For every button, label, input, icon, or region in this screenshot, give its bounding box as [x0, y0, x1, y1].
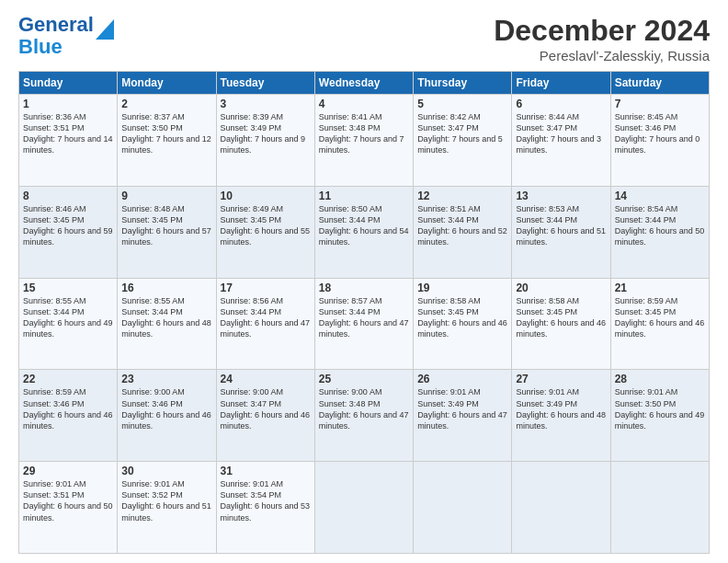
cell-details: Sunrise: 8:49 AM Sunset: 3:45 PM Dayligh… — [221, 203, 311, 248]
location: Pereslavl'-Zalesskiy, Russia — [494, 48, 710, 63]
day-number: 28 — [615, 373, 705, 385]
calendar-cell: 23 Sunrise: 9:00 AM Sunset: 3:46 PM Dayl… — [118, 370, 216, 462]
cell-details: Sunrise: 8:51 AM Sunset: 3:44 PM Dayligh… — [417, 203, 507, 248]
calendar-cell: 28 Sunrise: 9:01 AM Sunset: 3:50 PM Dayl… — [610, 370, 709, 462]
day-number: 30 — [121, 465, 211, 477]
calendar-header-row: SundayMondayTuesdayWednesdayThursdayFrid… — [19, 72, 710, 95]
day-number: 5 — [417, 98, 507, 110]
day-number: 21 — [615, 282, 705, 294]
calendar-week-1: 1 Sunrise: 8:36 AM Sunset: 3:51 PM Dayli… — [19, 95, 710, 187]
day-number: 14 — [615, 190, 705, 202]
calendar-cell — [512, 462, 610, 554]
logo-text: General Blue — [18, 14, 94, 58]
calendar-cell: 16 Sunrise: 8:55 AM Sunset: 3:44 PM Dayl… — [118, 278, 216, 370]
calendar-cell: 7 Sunrise: 8:45 AM Sunset: 3:46 PM Dayli… — [610, 95, 709, 187]
calendar-cell — [610, 462, 709, 554]
cell-details: Sunrise: 9:01 AM Sunset: 3:49 PM Dayligh… — [516, 386, 606, 431]
title-block: December 2024 Pereslavl'-Zalesskiy, Russ… — [494, 14, 710, 63]
day-number: 22 — [23, 373, 113, 385]
calendar-cell: 13 Sunrise: 8:53 AM Sunset: 3:44 PM Dayl… — [512, 186, 610, 278]
cell-details: Sunrise: 8:58 AM Sunset: 3:45 PM Dayligh… — [516, 295, 606, 340]
calendar-cell: 12 Sunrise: 8:51 AM Sunset: 3:44 PM Dayl… — [414, 186, 512, 278]
day-number: 23 — [121, 373, 211, 385]
day-number: 15 — [23, 282, 113, 294]
calendar-cell: 22 Sunrise: 8:59 AM Sunset: 3:46 PM Dayl… — [19, 370, 118, 462]
cell-details: Sunrise: 8:45 AM Sunset: 3:46 PM Dayligh… — [615, 111, 705, 156]
day-number: 26 — [417, 373, 507, 385]
header: General Blue December 2024 Pereslavl'-Za… — [18, 14, 710, 63]
header-wednesday: Wednesday — [314, 72, 413, 95]
calendar-cell: 26 Sunrise: 9:01 AM Sunset: 3:49 PM Dayl… — [414, 370, 512, 462]
calendar-week-4: 22 Sunrise: 8:59 AM Sunset: 3:46 PM Dayl… — [19, 370, 710, 462]
calendar-cell: 18 Sunrise: 8:57 AM Sunset: 3:44 PM Dayl… — [314, 278, 413, 370]
cell-details: Sunrise: 8:46 AM Sunset: 3:45 PM Dayligh… — [23, 203, 113, 248]
day-number: 10 — [221, 190, 311, 202]
calendar-cell: 5 Sunrise: 8:42 AM Sunset: 3:47 PM Dayli… — [414, 95, 512, 187]
header-friday: Friday — [512, 72, 610, 95]
cell-details: Sunrise: 8:57 AM Sunset: 3:44 PM Dayligh… — [319, 295, 409, 340]
day-number: 1 — [23, 98, 113, 110]
cell-details: Sunrise: 8:41 AM Sunset: 3:48 PM Dayligh… — [319, 111, 409, 156]
calendar-cell: 24 Sunrise: 9:00 AM Sunset: 3:47 PM Dayl… — [216, 370, 314, 462]
cell-details: Sunrise: 8:48 AM Sunset: 3:45 PM Dayligh… — [121, 203, 211, 248]
calendar-cell — [414, 462, 512, 554]
cell-details: Sunrise: 8:55 AM Sunset: 3:44 PM Dayligh… — [23, 295, 113, 340]
calendar-week-3: 15 Sunrise: 8:55 AM Sunset: 3:44 PM Dayl… — [19, 278, 710, 370]
cell-details: Sunrise: 9:01 AM Sunset: 3:50 PM Dayligh… — [615, 386, 705, 431]
header-monday: Monday — [118, 72, 216, 95]
calendar-cell: 2 Sunrise: 8:37 AM Sunset: 3:50 PM Dayli… — [118, 95, 216, 187]
day-number: 8 — [23, 190, 113, 202]
cell-details: Sunrise: 9:01 AM Sunset: 3:49 PM Dayligh… — [417, 386, 507, 431]
cell-details: Sunrise: 9:00 AM Sunset: 3:47 PM Dayligh… — [221, 386, 311, 431]
calendar-cell: 25 Sunrise: 9:00 AM Sunset: 3:48 PM Dayl… — [314, 370, 413, 462]
cell-details: Sunrise: 8:36 AM Sunset: 3:51 PM Dayligh… — [23, 111, 113, 156]
cell-details: Sunrise: 8:55 AM Sunset: 3:44 PM Dayligh… — [121, 295, 211, 340]
svg-marker-0 — [96, 19, 114, 40]
page: General Blue December 2024 Pereslavl'-Za… — [0, 0, 728, 563]
cell-details: Sunrise: 8:39 AM Sunset: 3:49 PM Dayligh… — [221, 111, 311, 156]
cell-details: Sunrise: 8:59 AM Sunset: 3:46 PM Dayligh… — [23, 386, 113, 431]
calendar-cell: 6 Sunrise: 8:44 AM Sunset: 3:47 PM Dayli… — [512, 95, 610, 187]
calendar-cell: 4 Sunrise: 8:41 AM Sunset: 3:48 PM Dayli… — [314, 95, 413, 187]
logo-general: General — [18, 13, 94, 36]
day-number: 16 — [121, 282, 211, 294]
day-number: 17 — [221, 282, 311, 294]
day-number: 13 — [516, 190, 606, 202]
cell-details: Sunrise: 8:59 AM Sunset: 3:45 PM Dayligh… — [615, 295, 705, 340]
day-number: 24 — [221, 373, 311, 385]
month-title: December 2024 — [494, 14, 710, 48]
day-number: 31 — [221, 465, 311, 477]
logo-blue: Blue — [18, 35, 63, 58]
cell-details: Sunrise: 8:54 AM Sunset: 3:44 PM Dayligh… — [615, 203, 705, 248]
cell-details: Sunrise: 8:42 AM Sunset: 3:47 PM Dayligh… — [417, 111, 507, 156]
calendar-cell: 30 Sunrise: 9:01 AM Sunset: 3:52 PM Dayl… — [118, 462, 216, 554]
day-number: 12 — [417, 190, 507, 202]
cell-details: Sunrise: 8:50 AM Sunset: 3:44 PM Dayligh… — [319, 203, 409, 248]
calendar-cell: 1 Sunrise: 8:36 AM Sunset: 3:51 PM Dayli… — [19, 95, 118, 187]
day-number: 3 — [221, 98, 311, 110]
calendar-cell: 19 Sunrise: 8:58 AM Sunset: 3:45 PM Dayl… — [414, 278, 512, 370]
calendar-cell: 11 Sunrise: 8:50 AM Sunset: 3:44 PM Dayl… — [314, 186, 413, 278]
cell-details: Sunrise: 8:58 AM Sunset: 3:45 PM Dayligh… — [417, 295, 507, 340]
header-thursday: Thursday — [414, 72, 512, 95]
cell-details: Sunrise: 9:00 AM Sunset: 3:46 PM Dayligh… — [121, 386, 211, 431]
day-number: 7 — [615, 98, 705, 110]
calendar-week-5: 29 Sunrise: 9:01 AM Sunset: 3:51 PM Dayl… — [19, 462, 710, 554]
day-number: 6 — [516, 98, 606, 110]
cell-details: Sunrise: 9:01 AM Sunset: 3:52 PM Dayligh… — [121, 478, 211, 523]
cell-details: Sunrise: 8:44 AM Sunset: 3:47 PM Dayligh… — [516, 111, 606, 156]
day-number: 19 — [417, 282, 507, 294]
day-number: 20 — [516, 282, 606, 294]
cell-details: Sunrise: 9:01 AM Sunset: 3:54 PM Dayligh… — [221, 478, 311, 523]
logo: General Blue — [18, 14, 114, 58]
calendar-cell: 29 Sunrise: 9:01 AM Sunset: 3:51 PM Dayl… — [19, 462, 118, 554]
day-number: 29 — [23, 465, 113, 477]
calendar-cell: 27 Sunrise: 9:01 AM Sunset: 3:49 PM Dayl… — [512, 370, 610, 462]
day-number: 25 — [319, 373, 409, 385]
calendar-cell: 3 Sunrise: 8:39 AM Sunset: 3:49 PM Dayli… — [216, 95, 314, 187]
calendar-week-2: 8 Sunrise: 8:46 AM Sunset: 3:45 PM Dayli… — [19, 186, 710, 278]
logo-arrow-icon — [96, 19, 114, 40]
day-number: 2 — [121, 98, 211, 110]
day-number: 18 — [319, 282, 409, 294]
day-number: 9 — [121, 190, 211, 202]
